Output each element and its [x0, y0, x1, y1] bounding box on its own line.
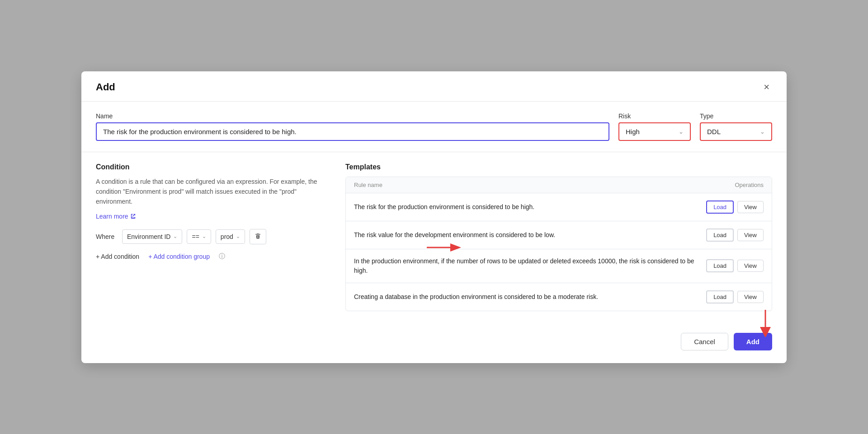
- view-button-1[interactable]: View: [737, 229, 764, 241]
- modal-title: Add: [96, 81, 115, 93]
- type-field-group: Type DDL ⌄: [700, 112, 772, 141]
- add-button[interactable]: Add: [734, 333, 772, 350]
- rule-name-header: Rule name: [354, 182, 382, 188]
- add-condition-row: + Add condition + Add condition group ⓘ: [96, 252, 331, 261]
- risk-value: High: [626, 128, 640, 135]
- condition-panel: Condition A condition is a rule that can…: [96, 163, 331, 311]
- template-actions: Load View: [706, 259, 764, 272]
- name-field-group: Name: [96, 112, 609, 141]
- type-chevron-icon: ⌄: [760, 128, 765, 135]
- name-label: Name: [96, 112, 609, 120]
- table-row: In the production environment, if the nu…: [346, 249, 772, 283]
- content-section: Condition A condition is a rule that can…: [96, 152, 772, 311]
- template-text: The risk value for the development envir…: [354, 230, 699, 240]
- trash-icon: [255, 233, 261, 239]
- modal-header: Add ×: [81, 71, 787, 102]
- add-condition-button[interactable]: + Add condition: [96, 253, 139, 260]
- env-select-chevron-icon: ⌄: [173, 233, 177, 239]
- condition-title: Condition: [96, 163, 331, 171]
- view-button-0[interactable]: View: [737, 201, 764, 213]
- templates-table-header: Rule name Operations: [346, 177, 772, 193]
- op-chevron-icon: ⌄: [202, 233, 206, 239]
- form-row: Name Risk High ⌄ Type DDL ⌄: [96, 112, 772, 141]
- load-button-2[interactable]: Load: [706, 259, 734, 272]
- risk-field-group: Risk High ⌄: [618, 112, 691, 141]
- where-row: Where Environment ID ⌄ == ⌄ prod ⌄: [96, 229, 331, 244]
- env-value-select[interactable]: prod ⌄: [216, 229, 245, 244]
- close-button[interactable]: ×: [761, 81, 772, 93]
- delete-condition-button[interactable]: [250, 229, 266, 244]
- modal-overlay: Add × Name Risk High ⌄ Type: [0, 0, 868, 434]
- template-text: Creating a database in the production en…: [354, 292, 699, 302]
- type-value: DDL: [707, 128, 721, 135]
- type-label: Type: [700, 112, 772, 120]
- table-row: The risk value for the development envir…: [346, 221, 772, 249]
- add-modal: Add × Name Risk High ⌄ Type: [81, 71, 787, 363]
- condition-description: A condition is a rule that can be config…: [96, 177, 331, 207]
- template-actions: Load View: [706, 290, 764, 303]
- templates-table: Rule name Operations The risk for the pr…: [345, 177, 772, 311]
- add-condition-group-button[interactable]: + Add condition group: [148, 253, 210, 260]
- name-input[interactable]: [96, 122, 609, 141]
- env-value-chevron-icon: ⌄: [236, 233, 240, 239]
- load-button-1[interactable]: Load: [706, 229, 734, 242]
- template-text: The risk for the production environment …: [354, 202, 699, 212]
- load-button-0[interactable]: Load: [706, 201, 734, 214]
- external-link-icon: [130, 213, 136, 219]
- op-select[interactable]: == ⌄: [187, 229, 211, 244]
- load-button-3[interactable]: Load: [706, 290, 734, 303]
- template-actions: Load View: [706, 201, 764, 214]
- view-button-2[interactable]: View: [737, 260, 764, 272]
- info-icon[interactable]: ⓘ: [219, 252, 225, 261]
- where-label: Where: [96, 233, 118, 240]
- table-row: Creating a database in the production en…: [346, 283, 772, 311]
- cancel-button[interactable]: Cancel: [681, 333, 728, 350]
- risk-label: Risk: [618, 112, 691, 120]
- template-actions: Load View: [706, 229, 764, 242]
- type-select[interactable]: DDL ⌄: [700, 122, 772, 141]
- risk-chevron-icon: ⌄: [679, 128, 684, 135]
- modal-body: Name Risk High ⌄ Type DDL ⌄: [81, 102, 787, 311]
- env-id-select[interactable]: Environment ID ⌄: [122, 229, 182, 244]
- templates-title: Templates: [345, 163, 772, 171]
- learn-more-link[interactable]: Learn more: [96, 213, 136, 220]
- risk-select[interactable]: High ⌄: [618, 122, 691, 141]
- view-button-3[interactable]: View: [737, 291, 764, 303]
- operations-header: Operations: [735, 182, 764, 188]
- table-row: The risk for the production environment …: [346, 193, 772, 221]
- templates-panel: Templates Rule name Operations The risk …: [345, 163, 772, 311]
- modal-footer: Cancel Add: [81, 322, 787, 363]
- template-text: In the production environment, if the nu…: [354, 257, 699, 275]
